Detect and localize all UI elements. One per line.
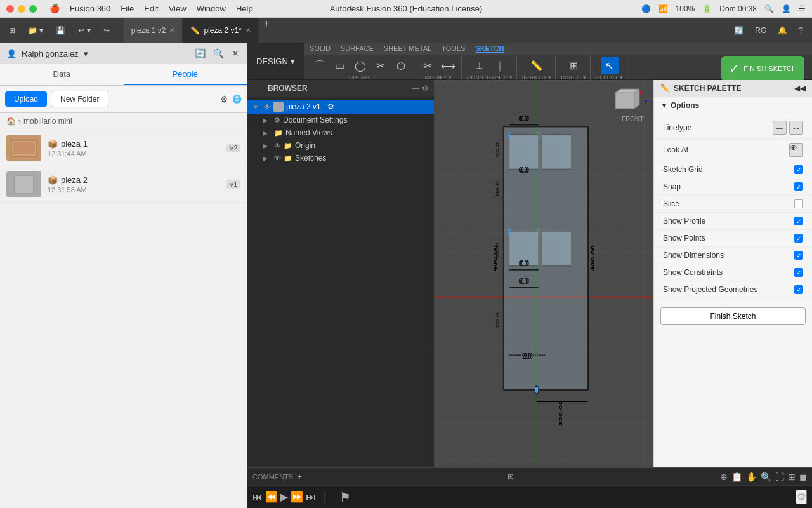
- rect-tool[interactable]: ▭: [331, 57, 349, 74]
- sidebar-tab-data[interactable]: Data: [0, 64, 124, 85]
- app-name-menu[interactable]: Fusion 360: [70, 4, 110, 13]
- upload-button[interactable]: Upload: [5, 91, 47, 107]
- sidebar-close-button[interactable]: ✕: [230, 47, 240, 60]
- add-comment-button[interactable]: +: [297, 472, 302, 481]
- undo-button[interactable]: ↩ ▾: [74, 23, 94, 37]
- tree-item-pieza2[interactable]: ▼ 👁 pieza 2 v1 ⚙: [247, 100, 434, 114]
- tab-pieza1[interactable]: pieza 1 v2 ✕: [124, 18, 183, 43]
- tree-item-named-views[interactable]: ▶ 📁 Named Views: [247, 126, 434, 139]
- settings-button[interactable]: ⚙: [220, 94, 228, 104]
- palette-expand-left[interactable]: ◀◀: [794, 84, 806, 93]
- tab-close-icon[interactable]: ✕: [169, 27, 174, 34]
- timeline-next-button[interactable]: ⏩: [291, 491, 303, 503]
- linetype-solid-btn[interactable]: —: [773, 121, 787, 135]
- timeline-end-button[interactable]: ⏭: [306, 491, 316, 503]
- browser-minus-icon[interactable]: —: [412, 84, 419, 93]
- refresh-button[interactable]: 🔄: [193, 47, 207, 60]
- tab-add-button[interactable]: +: [259, 18, 275, 43]
- view-cube[interactable]: X Z FRONT: [603, 86, 647, 124]
- show-projected-checkbox[interactable]: ✓: [794, 285, 803, 294]
- offset-tool[interactable]: ⟷: [440, 57, 457, 74]
- close-button[interactable]: [6, 5, 14, 13]
- mode-surface[interactable]: SURFACE: [341, 44, 374, 53]
- sidebar-tab-people[interactable]: People: [124, 64, 247, 85]
- file-item[interactable]: 📦 pieza 2 12:31:58 AM V1: [0, 166, 247, 203]
- options-section-header[interactable]: ▼ Options: [654, 97, 812, 114]
- slice-checkbox[interactable]: [794, 199, 803, 208]
- mode-solid[interactable]: SOLID: [310, 44, 331, 53]
- show-points-checkbox[interactable]: ✓: [794, 234, 803, 243]
- browser-collapse-icon[interactable]: ◀◀: [252, 84, 264, 93]
- redo-button[interactable]: ↪: [100, 23, 114, 37]
- snap-checkbox[interactable]: ✓: [794, 182, 803, 191]
- notification-bell[interactable]: 🔔: [774, 23, 791, 37]
- account-button[interactable]: RG: [751, 23, 770, 37]
- tree-expand-icon[interactable]: ▶: [263, 117, 272, 124]
- save-button[interactable]: 💾: [52, 23, 69, 37]
- point-tool[interactable]: ⬡: [392, 57, 410, 74]
- constraint-tool-1[interactable]: ⟂: [471, 57, 488, 74]
- show-constraints-checkbox[interactable]: ✓: [794, 268, 803, 277]
- navigation-tool[interactable]: ⊕: [720, 472, 728, 482]
- orbit-tool[interactable]: ✋: [746, 472, 757, 482]
- tree-item-origin[interactable]: ▶ 👁 📁 Origin: [247, 139, 434, 152]
- line-tool[interactable]: ✂: [372, 57, 390, 74]
- timeline-settings-button[interactable]: ⚙: [796, 490, 807, 504]
- apple-menu[interactable]: 🍎: [49, 4, 60, 13]
- finish-sketch-button[interactable]: ✓ FINISH SKETCH: [721, 56, 804, 81]
- help-button[interactable]: ?: [795, 23, 807, 37]
- tree-eye-icon[interactable]: 👁: [264, 103, 271, 110]
- edit-menu[interactable]: Edit: [144, 4, 158, 13]
- help-menu[interactable]: Help: [236, 4, 253, 13]
- mode-sheet-metal[interactable]: SHEET METAL: [384, 44, 431, 53]
- apps-grid-button[interactable]: ⊞: [5, 23, 19, 37]
- tree-item-doc-settings[interactable]: ▶ ⚙ Document Settings: [247, 114, 434, 126]
- show-profile-checkbox[interactable]: ✓: [794, 217, 803, 225]
- sketch-grid-checkbox[interactable]: ✓: [794, 165, 803, 174]
- linetype-dashed-btn[interactable]: - -: [789, 121, 803, 135]
- menu-icon[interactable]: ☰: [799, 4, 806, 13]
- minimize-button[interactable]: [18, 5, 25, 13]
- tree-expand-icon[interactable]: ▼: [252, 104, 261, 110]
- tree-eye-icon[interactable]: 👁: [274, 142, 281, 149]
- maximize-button[interactable]: [29, 5, 37, 13]
- tree-expand-icon[interactable]: ▶: [263, 130, 272, 137]
- breadcrumb-folder[interactable]: mobiliario mini: [23, 117, 72, 126]
- trim-tool[interactable]: ✂: [419, 57, 437, 74]
- file-menu[interactable]: File: [121, 4, 134, 13]
- finish-sketch-palette-button[interactable]: Finish Sketch: [660, 307, 806, 325]
- display-tool[interactable]: ◼: [799, 472, 807, 482]
- tree-settings-icon[interactable]: ⚙: [327, 102, 334, 111]
- show-dimensions-checkbox[interactable]: ✓: [794, 251, 803, 260]
- view-menu[interactable]: View: [169, 4, 187, 13]
- grid-tool[interactable]: ⊞: [788, 472, 796, 482]
- tree-expand-icon[interactable]: ▶: [263, 142, 272, 149]
- sync-button[interactable]: 🔄: [730, 23, 747, 37]
- window-menu[interactable]: Window: [197, 4, 226, 13]
- collapse-comments-icon[interactable]: ⊠: [508, 472, 514, 481]
- mode-sketch[interactable]: SKETCH: [475, 44, 504, 53]
- select-tool[interactable]: ↖: [601, 57, 619, 74]
- breadcrumb-home[interactable]: 🏠: [6, 117, 16, 126]
- design-menu[interactable]: DESIGN ▾: [247, 43, 304, 79]
- timeline-prev-button[interactable]: ⏪: [265, 491, 278, 503]
- new-folder-button[interactable]: New Folder: [51, 91, 108, 107]
- tree-item-sketches[interactable]: ▶ 👁 📁 Sketches: [247, 152, 434, 164]
- pan-tool[interactable]: 📋: [731, 472, 742, 482]
- fit-tool[interactable]: ⛶: [775, 472, 784, 482]
- tree-eye-icon[interactable]: 👁: [274, 154, 281, 162]
- timeline-start-button[interactable]: ⏮: [252, 491, 263, 503]
- sidebar-search-button[interactable]: 🔍: [212, 47, 225, 60]
- timeline-play-button[interactable]: ▶: [280, 491, 288, 503]
- file-item[interactable]: 📦 pieza 1 12:31:44 AM V2: [0, 130, 247, 166]
- insert-tool[interactable]: ⊞: [565, 57, 582, 74]
- tree-expand-icon[interactable]: ▶: [263, 155, 272, 162]
- measure-tool[interactable]: 📏: [528, 57, 546, 74]
- zoom-tool[interactable]: 🔍: [761, 472, 771, 482]
- tab-pieza2[interactable]: ✏️ pieza 2 v1* ✕: [183, 18, 258, 43]
- user-dropdown-icon[interactable]: ▾: [84, 49, 88, 58]
- file-menu-button[interactable]: 📁 ▾: [24, 23, 47, 37]
- timeline-marker[interactable]: ⚑: [339, 490, 351, 505]
- browser-settings-icon[interactable]: ⚙: [422, 84, 429, 93]
- mode-tools[interactable]: TOOLS: [442, 44, 465, 53]
